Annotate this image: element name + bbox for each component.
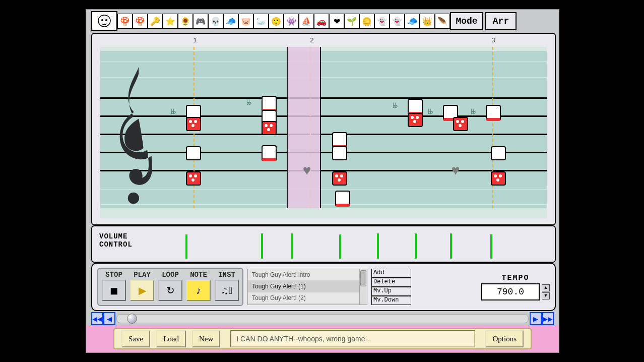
volume-bar[interactable] xyxy=(415,233,417,259)
volume-bar[interactable] xyxy=(261,233,263,259)
status-message: I CAN DO ANYTH--whoops, wrong game... xyxy=(230,330,475,347)
note-cake[interactable] xyxy=(332,134,347,147)
song-list-scrollbar[interactable] xyxy=(359,269,367,305)
note-heart[interactable]: ♥ xyxy=(448,164,463,177)
delete-song-button[interactable]: Delete xyxy=(371,278,411,287)
note-mush[interactable] xyxy=(491,172,506,185)
scroll-home-button[interactable]: ◀◀ xyxy=(91,312,103,325)
measure-number: 2 xyxy=(310,37,314,44)
treble-clef-icon xyxy=(112,62,160,213)
note-mush[interactable] xyxy=(453,117,468,131)
note-mush[interactable] xyxy=(186,172,201,185)
add-song-button[interactable]: Add xyxy=(371,269,411,278)
scroll-end-button[interactable]: ▶▶ xyxy=(542,312,554,325)
song-list[interactable]: Tough Guy Alert! introTough Guy Alert! (… xyxy=(247,269,367,305)
song-list-buttons: Add Delete Mv.Up Mv.Down xyxy=(371,269,411,305)
control-panel: STOP◼ PLAY▶ LOOP↻ NOTE♪ INST♫⃠ Tough Guy… xyxy=(91,263,556,311)
tempo-up-button[interactable]: ▲ xyxy=(542,284,550,291)
stop-label: STOP xyxy=(105,271,122,279)
transport-buttons: STOP◼ PLAY▶ LOOP↻ NOTE♪ INST♫⃠ xyxy=(97,268,243,306)
scroll-left-button[interactable]: ◀ xyxy=(103,312,115,325)
volume-bar[interactable] xyxy=(185,234,187,259)
note-mush[interactable] xyxy=(332,172,347,185)
loop-button[interactable]: ↻ xyxy=(158,280,182,301)
play-button[interactable]: ▶ xyxy=(130,280,154,301)
boo-icon xyxy=(96,14,113,29)
shyguy-icon[interactable]: 👻 xyxy=(374,14,390,29)
feather-icon[interactable]: 🪶 xyxy=(435,14,450,29)
options-button[interactable]: Options xyxy=(485,330,524,347)
note-boo[interactable] xyxy=(332,147,347,160)
note-boo[interactable] xyxy=(186,147,201,160)
note-cake[interactable]: ♭♭ xyxy=(486,106,501,119)
volume-bar[interactable] xyxy=(490,234,492,259)
pig-icon[interactable]: 🐷 xyxy=(238,14,253,29)
loop-label: LOOP xyxy=(162,271,179,279)
mode-button[interactable]: Mode xyxy=(450,12,483,30)
timeline-scrollbar: ◀◀ ◀ ▶ ▶▶ xyxy=(91,312,554,325)
toad-icon[interactable]: 🧢 xyxy=(223,14,238,29)
note-mush[interactable] xyxy=(408,113,423,127)
note-heart[interactable]: ♥ xyxy=(299,164,314,177)
volume-bar[interactable] xyxy=(450,233,452,259)
scroll-thumb[interactable] xyxy=(127,314,137,324)
note-mush[interactable] xyxy=(262,122,277,135)
dry-bones-icon[interactable]: 💀 xyxy=(208,14,223,29)
load-button[interactable]: Load xyxy=(156,330,186,347)
staff-area[interactable]: ♭♭♭♭♥♭♭♭♭♥♭♭ xyxy=(100,47,547,218)
peach-icon[interactable]: 👑 xyxy=(420,14,435,29)
instrument-toggle-button[interactable]: ♫⃠ xyxy=(215,280,239,301)
tempo-down-button[interactable]: ▼ xyxy=(542,292,550,299)
mario-cap-icon[interactable]: 🧢 xyxy=(405,14,420,29)
gameboy-icon[interactable]: 🎮 xyxy=(193,14,208,29)
luigi-green-icon[interactable]: 🔑 xyxy=(148,14,163,29)
scroll-track[interactable] xyxy=(116,314,529,323)
song-list-item[interactable]: Tough Guy Alert! (1) xyxy=(248,281,367,292)
instrument-toolbar: 🍄🍄🔑⭐🌻🎮💀🧢🐷🦢🙂👾⛵🚗❤🌱🪙👻👻🧢👑🪶 Mode Arr xyxy=(91,12,517,31)
play-label: PLAY xyxy=(134,271,151,279)
note-label: NOTE xyxy=(190,271,207,279)
move-down-button[interactable]: Mv.Down xyxy=(371,296,411,305)
measure-number: 3 xyxy=(491,37,495,44)
piranha-plant-icon[interactable]: 🌱 xyxy=(344,14,359,29)
staff-panel: 1 2 3 ♭♭♭♭♥♭♭♭♭♥♭♭ xyxy=(91,33,556,225)
save-button[interactable]: Save xyxy=(121,330,150,347)
volume-label: VOLUME CONTROL xyxy=(99,232,133,249)
volume-bar[interactable] xyxy=(377,233,379,259)
volume-bar[interactable] xyxy=(291,233,293,259)
svg-point-0 xyxy=(101,19,103,21)
fire-flower-icon[interactable]: 🌻 xyxy=(178,14,193,29)
measure-number: 1 xyxy=(193,37,197,44)
heart-icon[interactable]: ❤ xyxy=(329,14,344,29)
note-toggle-button[interactable]: ♪ xyxy=(186,280,211,301)
note-cake[interactable]: ♭♭ xyxy=(262,97,277,110)
playhead[interactable] xyxy=(287,47,321,216)
boat-icon[interactable]: ⛵ xyxy=(299,14,314,29)
face-icon[interactable]: 🙂 xyxy=(269,14,284,29)
tempo-value[interactable]: 790.0 xyxy=(481,283,540,300)
boo2-icon[interactable]: 👻 xyxy=(390,14,405,29)
selected-instrument[interactable] xyxy=(91,11,117,31)
goomba-icon[interactable]: 👾 xyxy=(284,14,299,29)
song-list-item[interactable]: Tough Guy Alert! intro xyxy=(248,269,367,281)
car-icon[interactable]: 🚗 xyxy=(314,14,329,29)
note-cake[interactable]: ♭♭ xyxy=(408,100,423,113)
swan-icon[interactable]: 🦢 xyxy=(253,14,269,29)
arranger-button[interactable]: Arr xyxy=(485,12,517,30)
inst-label: INST xyxy=(218,271,235,279)
volume-panel: VOLUME CONTROL xyxy=(91,225,556,263)
note-mush[interactable] xyxy=(186,117,201,131)
new-button[interactable]: New xyxy=(192,330,220,347)
mario-icon[interactable]: 🍄 xyxy=(117,14,133,29)
move-up-button[interactable]: Mv.Up xyxy=(371,287,411,296)
note-cake[interactable] xyxy=(262,147,277,160)
song-list-item[interactable]: Tough Guy Alert! (2) xyxy=(248,292,367,304)
star-icon[interactable]: ⭐ xyxy=(163,14,178,29)
mushroom-icon[interactable]: 🍄 xyxy=(133,14,148,29)
volume-bar[interactable] xyxy=(339,234,341,259)
coin-icon[interactable]: 🪙 xyxy=(359,14,374,29)
note-boo[interactable] xyxy=(491,147,506,160)
note-cake[interactable] xyxy=(335,192,350,205)
stop-button[interactable]: ◼ xyxy=(102,280,126,301)
scroll-right-button[interactable]: ▶ xyxy=(530,312,542,325)
